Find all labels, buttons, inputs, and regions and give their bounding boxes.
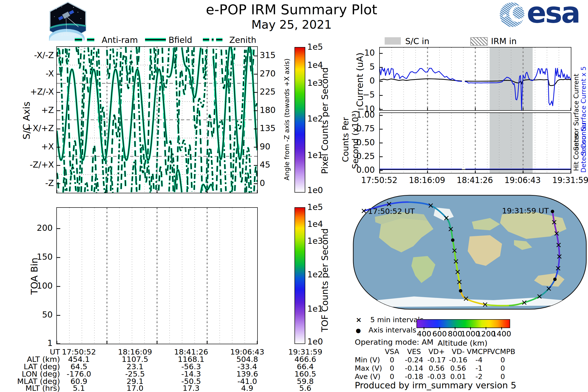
toa-ytick-1: 1 xyxy=(23,338,53,348)
pixel-cb-tick-1e5: 1e5 xyxy=(307,42,323,52)
sc-ytick-+X: +X xyxy=(15,142,54,152)
vtable-cell: 0 xyxy=(483,372,522,381)
alt-tickmark xyxy=(455,327,456,330)
sc-axis-plot[interactable] xyxy=(56,46,258,193)
sc-angle-tick: 135 xyxy=(260,123,276,133)
alt-tickmark xyxy=(501,327,502,330)
counts-ytick: 0.50 xyxy=(346,138,375,147)
vtable-cell: 0 xyxy=(483,356,522,364)
sc-ytick-+Z: +Z xyxy=(15,105,54,115)
cassiope-mission-patch: CASSIOPE xyxy=(49,2,87,41)
ephem-cell: 17.0 xyxy=(108,384,162,392)
sc-angle-tick: 0 xyxy=(260,178,265,188)
sc-angle-tick: 180 xyxy=(260,105,276,115)
bfield-legend-swatch xyxy=(145,38,166,42)
alt-tickmark xyxy=(470,327,471,330)
irm-summary-page: CASSIOPE e-POP IRM Summary Plot May 25, … xyxy=(0,0,588,392)
sc-angle-tick: 45 xyxy=(260,160,270,170)
sc-ytick--X/-Z: -X/-Z xyxy=(15,50,54,60)
vtable-col-VCMPB: VCMPB xyxy=(483,348,522,356)
sc-ytick--Z: -Z xyxy=(15,178,54,188)
sc-ytick--Z/+X: -Z/+X xyxy=(15,160,54,170)
counts-ytick: 0.75 xyxy=(346,124,375,133)
page-date: May 25, 2021 xyxy=(152,18,431,31)
ground-track-map[interactable]: 17:50:52 UT 19:31:59 UT xyxy=(353,195,587,310)
time-tick-18:41:26: 18:41:26 xyxy=(453,176,497,185)
sc-ytick--X: -X xyxy=(15,68,54,78)
toa-ytick-50: 50 xyxy=(23,310,53,320)
tof-cb-tick-1e5: 1e5 xyxy=(307,202,323,212)
current-ytick: 10 xyxy=(340,48,375,58)
current-ytick: −5 xyxy=(340,90,375,100)
counts-ytick: 0.00 xyxy=(346,165,375,175)
toa-ytick-100: 100 xyxy=(23,281,53,290)
ephem-cell: 5.1 xyxy=(52,384,106,392)
eclipse-swatch xyxy=(385,37,401,44)
altitude-label: Altitude (km) xyxy=(426,338,499,348)
alt-tick-1400: 1400 xyxy=(487,329,516,338)
plot-canvas xyxy=(57,208,257,344)
esa-wordmark: esa xyxy=(527,0,580,30)
pixel-colorbar-label: Pixel Counts per Second xyxy=(320,57,330,184)
toa-ytick-150: 150 xyxy=(23,252,53,262)
time-tick-17:50:52: 17:50:52 xyxy=(357,176,401,185)
sc-ytick-+Z/-X: +Z/-X xyxy=(15,87,54,96)
five-min-label: 5 min intervals xyxy=(370,316,424,324)
counts-right-label-inner: Hit Counter xyxy=(572,115,580,171)
sc-angle-tick: 90 xyxy=(260,142,270,152)
dot-marker-icon: ● xyxy=(356,327,361,334)
antiram-legend-swatch xyxy=(75,38,96,42)
pixel-colorbar[interactable] xyxy=(294,47,305,192)
time-tick-18:16:09: 18:16:09 xyxy=(405,176,449,185)
operating-mode: Operating mode: AM xyxy=(355,338,434,346)
sensor-current-plot[interactable] xyxy=(379,47,571,111)
alt-tickmark xyxy=(424,327,424,330)
ephem-cell: 5.6 xyxy=(278,384,332,392)
current-ytick: 5 xyxy=(340,62,375,72)
alt-tickmark xyxy=(486,327,486,330)
time-tick-19:31:59: 19:31:59 xyxy=(548,176,588,185)
tof-colorbar[interactable] xyxy=(294,207,305,344)
zenith-legend-label: Zenith xyxy=(229,35,256,45)
antiram-legend-label: Anti-ram xyxy=(102,35,138,45)
sc-axis-right-label: Angle from -Z axis (towards +X axis) xyxy=(283,56,290,183)
esa-globe-icon xyxy=(499,2,525,28)
esa-logo: esa xyxy=(499,2,588,28)
sc-angle-tick: 315 xyxy=(260,50,276,60)
sc-ytick-+X/+Z: +X/+Z xyxy=(15,123,54,133)
plot-canvas xyxy=(380,48,571,110)
toa-bin-plot[interactable] xyxy=(56,207,258,344)
time-tick-19:06:43: 19:06:43 xyxy=(500,176,545,185)
vtable-cell: 0 xyxy=(483,364,522,372)
page-title: e-POP IRM Summary Plot xyxy=(152,2,431,18)
altitude-colorbar[interactable] xyxy=(416,319,510,328)
map-start-time: 17:50:52 UT xyxy=(368,207,415,216)
ephem-cell: 4.9 xyxy=(220,384,274,392)
axis-interval-label: Axis intervals xyxy=(368,326,416,334)
hit-detect-plot[interactable] xyxy=(379,112,571,174)
plot-canvas xyxy=(380,113,571,173)
sc-angle-tick: 270 xyxy=(260,68,276,78)
counts-right-label-outer: Detect Counter xyxy=(580,112,587,173)
counts-ytick: 1.00 xyxy=(346,110,375,120)
current-ytick: 0 xyxy=(340,76,375,86)
footer-produced-by: Produced by irm_summary version 5 xyxy=(355,380,516,390)
bfield-legend-label: Bfield xyxy=(168,35,192,45)
x-marker-icon: × xyxy=(356,316,362,324)
zenith-legend-swatch xyxy=(203,38,224,42)
pixel-cb-tick-1e0: 1e0 xyxy=(307,185,323,195)
counts-ytick: 0.25 xyxy=(346,151,375,161)
alt-tickmark xyxy=(439,327,440,330)
map-end-time: 19:31:59 UT xyxy=(502,206,549,215)
plot-canvas xyxy=(57,47,257,193)
tof-colorbar-label: TOF Counts per Second xyxy=(320,216,330,344)
toa-ytick-200: 200 xyxy=(23,223,53,233)
pointing-legend: Anti-ram Bfield Zenith xyxy=(74,35,260,45)
ephem-cell: 17.3 xyxy=(164,384,218,392)
shadow-swatch xyxy=(470,37,488,46)
sc-angle-tick: 225 xyxy=(260,87,276,96)
